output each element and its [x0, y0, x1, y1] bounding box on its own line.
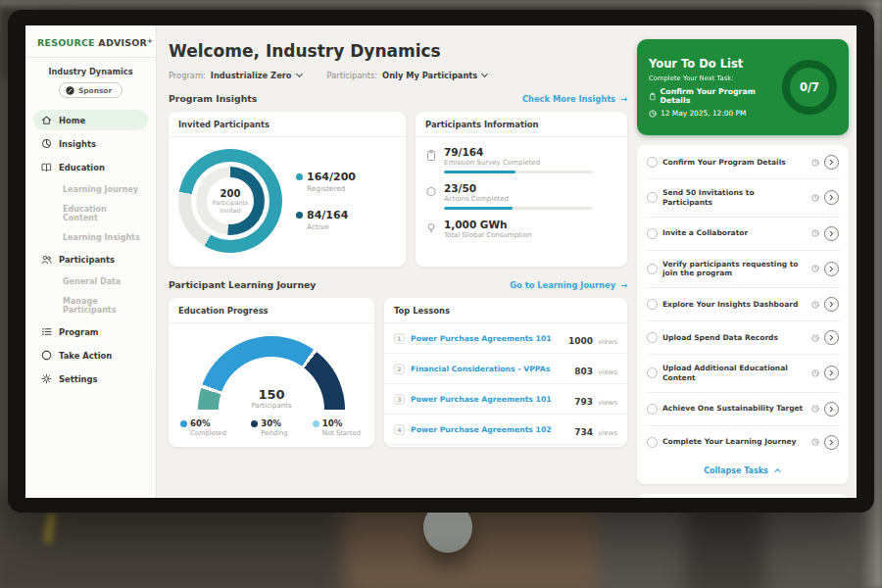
- participants-stats: 79/164 Emission Survey Completed 23/50 A…: [416, 137, 627, 239]
- task-item[interactable]: Achieve One Sustainability Target: [646, 393, 840, 426]
- stat-emission-survey: 79/164 Emission Survey Completed: [425, 146, 615, 173]
- lesson-rank: 2: [394, 364, 405, 374]
- task-checkbox[interactable]: [647, 264, 658, 274]
- task-chevron-button[interactable]: [824, 226, 839, 241]
- sponsor-badge[interactable]: Sponsor: [59, 82, 122, 98]
- task-checkbox[interactable]: [647, 157, 658, 168]
- task-chevron-button[interactable]: [824, 297, 839, 312]
- photo-background: RESOURCE ADVISOR+ Industry Dynamics Spon…: [0, 0, 882, 588]
- task-item[interactable]: Confirm Your Program Details: [646, 146, 840, 179]
- lesson-link[interactable]: Power Purchase Agreements 101: [411, 334, 563, 343]
- learning-cards-row: Education Progress 150 Participants: [169, 298, 627, 447]
- sidebar-item-general-data[interactable]: General Data: [33, 272, 148, 290]
- collapse-tasks-link[interactable]: Collapse Tasks: [646, 459, 840, 482]
- stat-value: 79/164: [444, 146, 615, 158]
- arrow-right-icon: →: [620, 94, 627, 104]
- task-checkbox[interactable]: [647, 404, 658, 415]
- stat-label: Emission Survey Completed: [444, 159, 615, 167]
- stat-value: 23/50: [444, 182, 615, 194]
- task-chevron-button[interactable]: [824, 155, 839, 170]
- task-checkbox[interactable]: [647, 437, 658, 448]
- sidebar-item-education[interactable]: Education: [33, 157, 148, 177]
- sidebar-item-program[interactable]: Program: [33, 321, 148, 342]
- lesson-link[interactable]: Financial Considerations - VPPAs: [411, 365, 568, 373]
- sidebar-item-participants[interactable]: Participants: [33, 249, 148, 270]
- task-checkbox[interactable]: [647, 332, 658, 343]
- task-item[interactable]: Explore Your Insights Dashboard: [646, 288, 840, 321]
- views-suffix: views: [598, 429, 617, 437]
- program-filter-dropdown[interactable]: Program: Industrialize Zero: [169, 71, 302, 80]
- sidebar-item-label: General Data: [63, 277, 121, 286]
- sidebar-item-learning-journey[interactable]: Learning Journey: [33, 180, 148, 198]
- todo-next-task: Confirm Your Program Details: [649, 87, 782, 105]
- task-chevron-button[interactable]: [824, 330, 839, 345]
- task-item[interactable]: Complete Your Learning Journey: [646, 426, 840, 459]
- participants-information-card: Participants Information 79/164 Emission…: [416, 112, 627, 267]
- main-content: Welcome, Industry Dynamics Program: Indu…: [157, 25, 637, 498]
- task-checkbox[interactable]: [647, 192, 658, 203]
- task-item[interactable]: Verify participants requesting to join t…: [646, 251, 840, 289]
- check-more-insights-link[interactable]: Check More Insights →: [522, 94, 627, 104]
- sidebar-item-label: Learning Insights: [63, 233, 140, 242]
- task-chevron-button[interactable]: [824, 402, 839, 416]
- sidebar-item-label: Education: [59, 163, 105, 172]
- sidebar-item-education-content[interactable]: Education Content: [33, 200, 148, 226]
- lesson-views: 1000: [568, 336, 593, 346]
- participants-filter-dropdown[interactable]: Participants: Only My Participants: [327, 71, 488, 80]
- task-item[interactable]: Send 50 Invitations to Participants: [646, 179, 840, 218]
- gauge-value: 150: [198, 387, 345, 402]
- sidebar-item-label: Program: [59, 327, 99, 337]
- legend-label: Active: [307, 222, 356, 231]
- task-item[interactable]: Upload Additional Educational Content: [646, 355, 840, 393]
- donut-legend: 164/200 Registered 84/164 Active: [296, 171, 356, 231]
- sidebar-item-take-action[interactable]: Take Action: [33, 345, 148, 366]
- todo-next-task-label: Confirm Your Program Details: [661, 87, 782, 105]
- invited-participants-card: Invited Participants 200 Participants In…: [169, 112, 406, 267]
- lesson-row: 3 Power Purchase Agreements 101 793 view…: [384, 384, 627, 415]
- gauge-label: Participants: [198, 402, 345, 410]
- card-title: Education Progress: [169, 298, 374, 323]
- filters-row: Program: Industrialize Zero Participants…: [169, 71, 627, 80]
- chevron-right-icon: [827, 368, 836, 377]
- gauge-center-label: 150 Participants: [198, 387, 345, 410]
- legend-dot-blue: [180, 420, 187, 427]
- lesson-row: 1 Power Purchase Agreements 101 1000 vie…: [384, 323, 627, 354]
- arrow-right-icon: →: [620, 280, 627, 290]
- lesson-rank: 4: [394, 424, 405, 435]
- sidebar-item-learning-insights[interactable]: Learning Insights: [33, 228, 148, 246]
- task-label: Achieve One Sustainability Target: [662, 404, 807, 414]
- lesson-views: 793: [574, 397, 593, 407]
- dashboard-screen: RESOURCE ADVISOR+ Industry Dynamics Spon…: [25, 25, 857, 498]
- go-to-learning-journey-link[interactable]: Go to Learning Journey →: [510, 280, 627, 290]
- clock-icon: [649, 110, 657, 118]
- sidebar-item-insights[interactable]: Insights: [33, 133, 148, 154]
- lesson-link[interactable]: Power Purchase Agreements 101: [411, 395, 568, 404]
- lesson-row: 2 Financial Considerations - VPPAs 803 v…: [384, 354, 627, 384]
- todo-progress-ring: 0/7: [782, 60, 837, 115]
- task-checkbox[interactable]: [647, 368, 658, 378]
- task-label: Confirm Your Program Details: [662, 158, 807, 168]
- task-chevron-button[interactable]: [824, 190, 839, 205]
- chevron-right-icon: [827, 229, 836, 238]
- legend-value: 164/200: [307, 171, 356, 183]
- task-chevron-button[interactable]: [824, 262, 839, 276]
- task-label: Verify participants requesting to join t…: [662, 260, 807, 279]
- chevron-right-icon: [827, 333, 836, 342]
- legend-item-pending: 30% Pending: [251, 418, 287, 437]
- sidebar-item-manage-participants[interactable]: Manage Participants: [33, 292, 148, 318]
- task-chevron-button[interactable]: [824, 366, 839, 380]
- sidebar-item-label: Settings: [59, 374, 98, 384]
- todo-summary-text: Your To Do List Complete Your Next Task:…: [649, 57, 782, 118]
- task-item[interactable]: Invite a Collaborator: [646, 218, 840, 251]
- sidebar-item-home[interactable]: Home: [33, 110, 148, 130]
- task-checkbox[interactable]: [647, 228, 658, 239]
- app-logo: RESOURCE ADVISOR+: [25, 25, 156, 58]
- task-checkbox[interactable]: [647, 299, 658, 310]
- chevron-down-icon: [296, 71, 303, 77]
- clipboard-icon: [649, 92, 657, 101]
- task-chevron-button[interactable]: [824, 435, 839, 450]
- sidebar-item-settings[interactable]: Settings: [33, 368, 148, 389]
- lesson-rank: 1: [394, 333, 405, 344]
- task-item[interactable]: Upload Spend Data Records: [646, 321, 840, 355]
- lesson-link[interactable]: Power Purchase Agreements 102: [411, 425, 568, 434]
